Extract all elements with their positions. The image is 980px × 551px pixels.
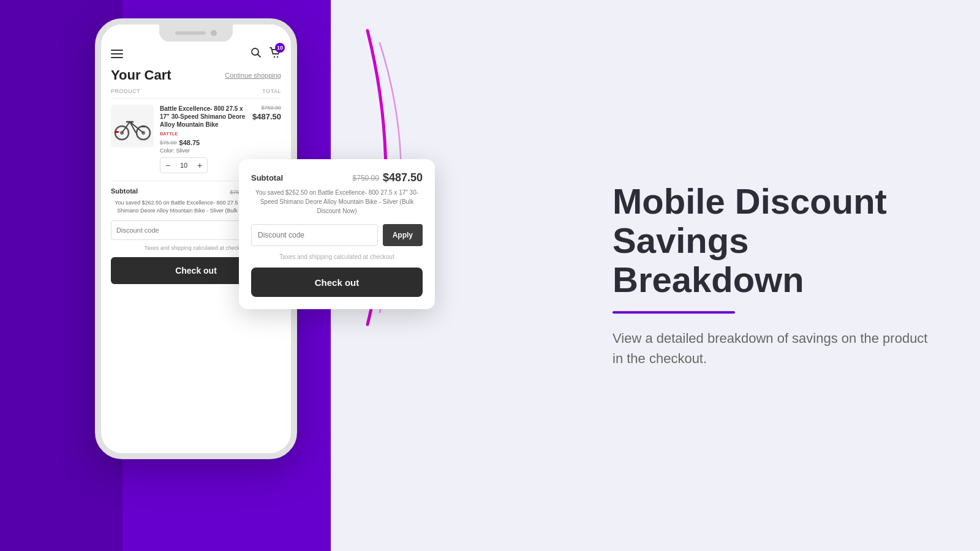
cart-icon-wrapper[interactable]: 10: [269, 47, 281, 61]
popup-price-original: $750.00: [353, 174, 379, 182]
phone-notch: [159, 24, 233, 42]
checkout-button-popup[interactable]: Check out: [251, 268, 423, 297]
cart-columns: PRODUCT TOTAL: [111, 88, 281, 99]
apply-button-popup[interactable]: Apply: [383, 224, 423, 246]
right-text-content: Mobile Discount Savings Breakdown View a…: [612, 182, 931, 369]
product-details: Battle Excellence- 800 27.5 x 17" 30-Spe…: [160, 105, 246, 173]
discount-input-popup[interactable]: [251, 224, 378, 246]
discount-input-phone[interactable]: [111, 220, 241, 240]
popup-discount-row: Apply: [251, 224, 423, 246]
product-name: Battle Excellence- 800 27.5 x 17" 30-Spe…: [160, 105, 246, 129]
popup-subtotal-row: Subtotal $750.00 $487.50: [251, 171, 423, 184]
search-icon[interactable]: [251, 47, 262, 61]
heading-underline: [612, 312, 735, 314]
heading-line1: Mobile Discount: [612, 181, 887, 221]
cart-title: Your Cart: [111, 67, 172, 83]
column-total: TOTAL: [262, 88, 281, 94]
heading-line2: Savings Breakdown: [612, 220, 804, 299]
cart-header: Your Cart Continue shopping: [111, 67, 281, 83]
product-price-sale: $48.75: [179, 139, 200, 146]
product-color: Color: Sliver: [160, 148, 246, 154]
topbar-icons: 10: [251, 47, 281, 61]
column-product: PRODUCT: [111, 88, 140, 94]
popup-prices: $750.00 $487.50: [353, 171, 423, 184]
qty-decrease-button[interactable]: −: [160, 158, 175, 173]
subtitle-text: View a detailed breakdown of savings on …: [612, 329, 931, 369]
popup-subtotal-label: Subtotal: [251, 173, 283, 182]
total-original: $750.00: [261, 105, 281, 111]
popup-savings-text: You saved $262.50 on Battle Excellence- …: [251, 188, 423, 216]
cart-badge: 10: [275, 43, 285, 53]
svg-line-1: [258, 54, 261, 58]
qty-value: 10: [175, 162, 192, 169]
quantity-control: − 10 +: [160, 157, 208, 173]
bike-image: [113, 110, 153, 143]
svg-point-2: [274, 56, 275, 58]
product-brand: BATTLE: [160, 131, 246, 137]
popup-card: Subtotal $750.00 $487.50 You saved $262.…: [239, 159, 435, 309]
popup-price-sale: $487.50: [383, 171, 423, 184]
product-price-row: $75.00 $48.75: [160, 139, 246, 146]
main-heading: Mobile Discount Savings Breakdown: [612, 182, 931, 299]
total-sale: $487.50: [252, 112, 281, 121]
qty-increase-button[interactable]: +: [192, 158, 207, 173]
hamburger-menu-icon[interactable]: [111, 50, 123, 58]
popup-tax-text: Taxes and shipping calculated at checkou…: [251, 253, 423, 260]
svg-rect-8: [115, 131, 119, 133]
product-image: [111, 105, 154, 148]
subtotal-label: Subtotal: [111, 187, 138, 195]
product-price-original: $75.00: [160, 140, 177, 146]
phone-speaker: [175, 31, 206, 35]
svg-point-3: [277, 56, 278, 58]
continue-shopping-link[interactable]: Continue shopping: [225, 72, 281, 79]
phone-camera: [211, 30, 217, 36]
